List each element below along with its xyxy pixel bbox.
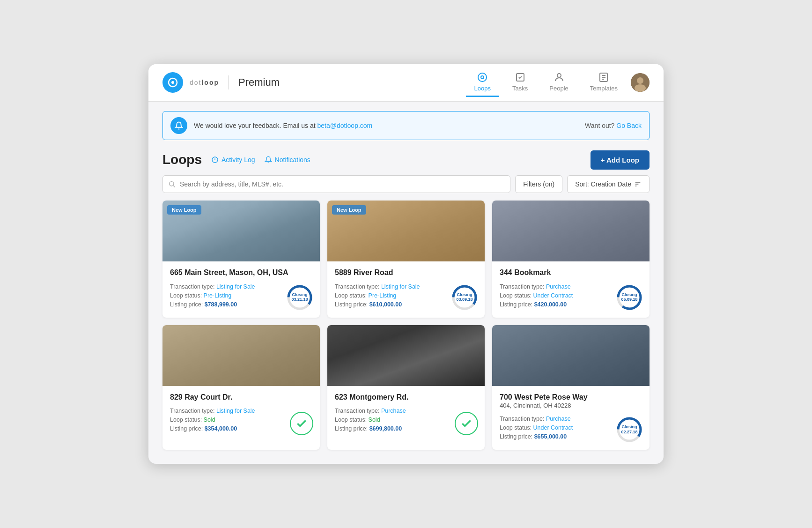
search-wrap bbox=[162, 175, 510, 193]
banner-right: Want out? Go Back bbox=[585, 122, 642, 129]
header-left: dotloop Premium bbox=[162, 72, 280, 93]
nav-tasks[interactable]: Tasks bbox=[504, 68, 536, 97]
svg-point-5 bbox=[557, 74, 561, 77]
card-body: 344 Bookmark Transaction type: Purchase … bbox=[492, 261, 650, 318]
card-body: 5889 River Road Transaction type: Listin… bbox=[327, 261, 485, 318]
sort-label: Sort: Creation Date bbox=[575, 180, 631, 188]
sort-icon bbox=[634, 180, 642, 188]
banner-text: We would love your feedback. Email us at… bbox=[194, 122, 578, 129]
closing-circle: Closing02.27.18 bbox=[616, 416, 643, 443]
card-body: 623 Montgomery Rd. Transaction type: Pur… bbox=[327, 386, 485, 442]
nav-loops-label: Loops bbox=[474, 85, 491, 92]
svg-point-16 bbox=[170, 181, 174, 186]
loop-card[interactable]: 700 West Pete Rose Way404, Cincinnati, O… bbox=[492, 325, 650, 450]
cards-grid: New Loop 665 Main Street, Mason, OH, USA… bbox=[148, 201, 664, 464]
bell-icon bbox=[170, 117, 187, 134]
closing-circle: Closing05.09.18 bbox=[616, 284, 643, 311]
card-body: 700 West Pete Rose Way404, Cincinnati, O… bbox=[492, 386, 650, 450]
page-header: Loops Activity Log Notifications + Add L… bbox=[148, 140, 664, 175]
activity-log-link[interactable]: Activity Log bbox=[211, 156, 255, 164]
closing-circle: Closing03.21.18 bbox=[286, 284, 313, 311]
app-container: dotloop Premium Loops Tasks bbox=[148, 64, 664, 464]
card-body: 665 Main Street, Mason, OH, USA Transact… bbox=[162, 261, 320, 318]
loop-card[interactable]: 344 Bookmark Transaction type: Purchase … bbox=[492, 201, 650, 318]
sold-check bbox=[290, 412, 313, 435]
brand-name: Premium bbox=[238, 76, 280, 89]
svg-point-1 bbox=[171, 81, 174, 84]
sort-button[interactable]: Sort: Creation Date bbox=[567, 175, 650, 193]
closing-text: Closing03.09.18 bbox=[456, 292, 472, 303]
svg-point-11 bbox=[637, 77, 643, 84]
nav-templates[interactable]: Templates bbox=[582, 68, 626, 97]
card-image: New Loop bbox=[327, 201, 485, 261]
notifications-link[interactable]: Notifications bbox=[265, 156, 310, 164]
svg-line-17 bbox=[173, 186, 175, 187]
sold-check bbox=[455, 412, 478, 435]
transaction-type: Transaction type: Listing for Sale bbox=[170, 408, 312, 414]
new-loop-badge: New Loop bbox=[332, 205, 366, 215]
loop-card[interactable]: 829 Ray Court Dr. Transaction type: List… bbox=[162, 325, 320, 450]
card-address: 5889 River Road bbox=[335, 268, 477, 278]
logo-icon bbox=[162, 72, 183, 93]
closing-text: Closing02.27.18 bbox=[621, 424, 637, 435]
card-address: 665 Main Street, Mason, OH, USA bbox=[170, 268, 312, 278]
closing-text: Closing03.21.18 bbox=[291, 292, 308, 303]
filters-button[interactable]: Filters (on) bbox=[515, 175, 562, 193]
svg-point-12 bbox=[635, 84, 646, 92]
nav-people[interactable]: People bbox=[541, 68, 576, 97]
card-image: New Loop bbox=[162, 201, 320, 261]
add-loop-button[interactable]: + Add Loop bbox=[591, 150, 650, 170]
svg-point-3 bbox=[481, 76, 484, 79]
header-divider bbox=[229, 75, 229, 89]
page-title: Loops bbox=[162, 152, 202, 167]
search-icon bbox=[168, 180, 176, 188]
card-body: 829 Ray Court Dr. Transaction type: List… bbox=[162, 386, 320, 442]
card-image bbox=[492, 325, 650, 386]
transaction-type: Transaction type: Purchase bbox=[335, 408, 477, 414]
closing-text: Closing05.09.18 bbox=[621, 292, 637, 303]
nav-loops[interactable]: Loops bbox=[466, 68, 499, 97]
card-address: 623 Montgomery Rd. bbox=[335, 393, 477, 402]
nav-tasks-label: Tasks bbox=[512, 85, 528, 92]
page-header-left: Loops Activity Log Notifications bbox=[162, 152, 310, 167]
closing-circle: Closing03.09.18 bbox=[451, 284, 478, 311]
notifications-label: Notifications bbox=[275, 156, 310, 164]
loop-card[interactable]: 623 Montgomery Rd. Transaction type: Pur… bbox=[327, 325, 485, 450]
card-address: 829 Ray Court Dr. bbox=[170, 393, 312, 402]
card-address: 700 West Pete Rose Way404, Cincinnati, O… bbox=[500, 393, 642, 410]
search-input[interactable] bbox=[162, 175, 510, 193]
new-loop-badge: New Loop bbox=[167, 205, 201, 215]
loop-card[interactable]: New Loop 5889 River Road Transaction typ… bbox=[327, 201, 485, 318]
header: dotloop Premium Loops Tasks bbox=[148, 64, 664, 102]
card-image bbox=[492, 201, 650, 261]
loop-card[interactable]: New Loop 665 Main Street, Mason, OH, USA… bbox=[162, 201, 320, 318]
card-image bbox=[162, 325, 320, 386]
card-image bbox=[327, 325, 485, 386]
feedback-banner: We would love your feedback. Email us at… bbox=[162, 111, 650, 140]
beta-email-link[interactable]: beta@dotloop.com bbox=[317, 122, 373, 129]
search-row: Filters (on) Sort: Creation Date bbox=[148, 175, 664, 201]
card-address: 344 Bookmark bbox=[500, 268, 642, 278]
header-nav: Loops Tasks People bbox=[466, 68, 650, 97]
user-avatar[interactable] bbox=[631, 73, 650, 92]
nav-people-label: People bbox=[549, 85, 568, 92]
svg-point-2 bbox=[478, 73, 487, 82]
activity-log-label: Activity Log bbox=[221, 156, 255, 164]
go-back-link[interactable]: Go Back bbox=[616, 122, 642, 129]
logo-text: dotloop bbox=[190, 79, 219, 86]
nav-templates-label: Templates bbox=[590, 85, 618, 92]
